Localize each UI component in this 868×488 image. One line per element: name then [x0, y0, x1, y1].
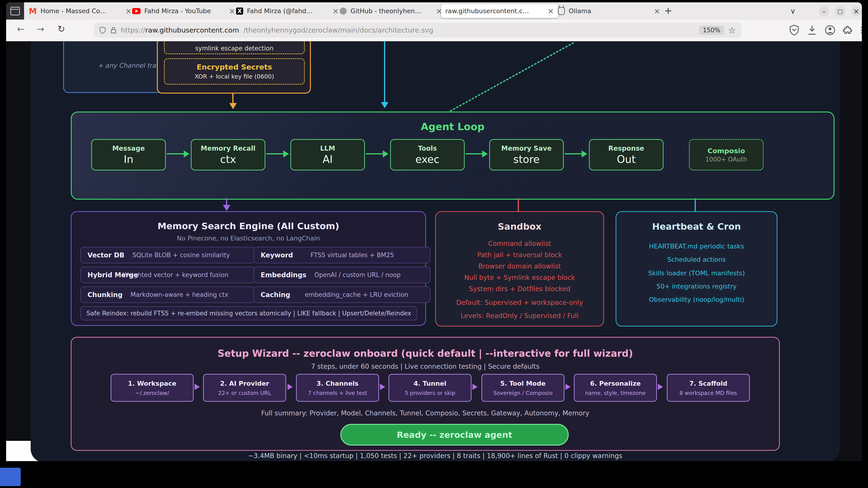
screen: M Home - Massed Compute × Fahd Mirza - Y… — [0, 0, 868, 488]
tab-raw-githubusercontent-active[interactable]: raw.githubusercontent.com × — [441, 4, 558, 18]
sandbox-item: System dirs + Dotfiles blocked — [436, 285, 603, 293]
heartbeat-item: Observability (noop/log/multi) — [616, 296, 777, 303]
memory-row-caching: Caching embedding_cache + LRU eviction — [253, 286, 431, 303]
reload-button[interactable]: ↻ — [58, 24, 65, 34]
diagram-footer-stats: ~3.4MB binary | <10ms startup | 1,050 te… — [31, 452, 840, 460]
step-sublabel: Out — [617, 153, 636, 165]
new-tab-button[interactable]: + — [664, 5, 672, 16]
lock-icon[interactable] — [111, 26, 117, 34]
wizard-step-workspace: 1. Workspace ~/.zeroclaw/ — [111, 374, 194, 402]
row-key: Hybrid Merge — [88, 271, 138, 279]
step-sub: Sovereign / Composio — [482, 390, 564, 396]
red-connector-line — [518, 198, 519, 211]
agent-loop-title: Agent Loop — [72, 121, 834, 132]
agent-step-llm: LLM AI — [290, 139, 365, 170]
step-title: 1. Workspace — [111, 380, 193, 387]
minimize-button[interactable]: – — [819, 6, 829, 17]
wizard-step-tunnel: 4. Tunnel 5 providers or skip — [389, 374, 471, 402]
agent-step-memory-recall: Memory Recall ctx — [191, 139, 266, 170]
step-label: Message — [112, 144, 145, 152]
tab-x-fahdmirza[interactable]: X Fahd Mirza (@fahdmirza × — [232, 4, 343, 18]
step-title: 4. Tunnel — [389, 380, 471, 387]
arrow-right-icon — [266, 153, 283, 154]
step-title: 5. Tool Mode — [482, 380, 564, 387]
arrow-right-icon — [472, 384, 478, 390]
maximize-button[interactable]: □ — [835, 6, 845, 17]
arrow-right-icon — [658, 384, 663, 390]
url-bar[interactable]: https://raw.githubusercontent.com /theon… — [94, 23, 741, 38]
arrow-right-icon — [167, 153, 184, 154]
wizard-subtitle: 7 steps, under 60 seconds | Live connect… — [71, 363, 779, 370]
tab-close-icon[interactable]: × — [654, 7, 660, 15]
tab-label: raw.githubusercontent.com — [445, 7, 533, 14]
step-sub: 8 workspace MD files — [668, 390, 749, 396]
zoom-level-badge[interactable]: 150% — [699, 26, 724, 35]
symlink-label: symlink escape detection — [165, 45, 304, 52]
memory-row-chunking: Chunking Markdown-aware + heading ctx — [81, 286, 255, 303]
tab-github[interactable]: GitHub - theonlyhennygo × — [335, 4, 446, 18]
page-viewport: + any Channel trait symlink escape detec… — [6, 41, 862, 461]
url-domain: raw.githubusercontent.com — [145, 26, 239, 34]
composio-label: Composio — [707, 147, 745, 155]
wizard-summary: Full summary: Provider, Model, Channels,… — [71, 409, 779, 417]
row-key: Vector DB — [88, 251, 125, 259]
close-window-button[interactable]: × — [851, 6, 861, 17]
composio-box: Composio 1000+ OAuth — [689, 139, 764, 170]
row-value: SQLite BLOB + cosine similarity — [132, 252, 230, 259]
sidebar-toggle-button[interactable] — [6, 2, 24, 20]
heartbeat-item: 50+ integrations registry — [616, 283, 777, 290]
purple-arrow-down — [226, 198, 227, 205]
tab-close-icon[interactable]: × — [548, 7, 554, 15]
shield-permissions-icon[interactable] — [99, 26, 106, 34]
memory-row-embeddings: Embeddings OpenAI / custom URL / noop — [253, 267, 431, 283]
sandbox-item: Command allowlist — [436, 240, 603, 248]
ollama-icon — [558, 7, 565, 15]
tab-bar: M Home - Massed Compute × Fahd Mirza - Y… — [6, 2, 862, 20]
agent-step-tools: Tools exec — [390, 139, 465, 170]
sandbox-title: Sandbox — [436, 221, 603, 232]
wizard-step-tool-mode: 5. Tool Mode Sovereign / Composio — [482, 374, 564, 402]
memory-safe-reindex-row: Safe Reindex: rebuild FTS5 + re-embed mi… — [81, 306, 417, 320]
account-icon[interactable] — [825, 24, 835, 36]
agent-step-response: Response Out — [589, 139, 663, 170]
symlink-box: symlink escape detection — [164, 41, 305, 54]
arrow-right-icon — [195, 384, 200, 390]
row-value: FTS5 virtual tables + BM25 — [310, 252, 394, 259]
step-label: LLM — [320, 144, 335, 152]
arrow-right-icon — [466, 153, 482, 154]
heartbeat-title: Heartbeat & Cron — [616, 221, 777, 232]
youtube-icon — [132, 8, 141, 14]
heartbeat-panel: Heartbeat & Cron HEARTBEAT.md periodic t… — [616, 211, 777, 326]
forward-button[interactable]: → — [37, 24, 44, 34]
encrypted-secrets-title: Encrypted Secrets — [165, 63, 304, 71]
arrow-right-icon — [565, 153, 582, 154]
agent-step-message: Message In — [91, 139, 166, 170]
memory-title: Memory Search Engine (All Custom) — [71, 221, 425, 231]
menu-hamburger-icon[interactable] — [859, 24, 862, 36]
arrow-right-icon — [366, 153, 383, 154]
tab-overflow-chevron-icon[interactable]: ∨ — [790, 7, 796, 15]
massed-compute-icon: M — [29, 6, 37, 16]
agent-loop-panel: Agent Loop Message In Memory Recall ctx … — [71, 111, 835, 200]
url-path: /theonlyhennygod/zeroclaw/main/docs/arch… — [243, 26, 695, 34]
wizard-step-personalize: 6. Personalize name, style, timezone — [574, 374, 657, 402]
step-title: 2. AI Provider — [204, 380, 285, 387]
step-sublabel: exec — [415, 153, 439, 165]
memory-search-panel: Memory Search Engine (All Custom) No Pin… — [71, 211, 426, 326]
arrow-right-icon — [287, 384, 293, 390]
heartbeat-item: Skills loader (TOML manifests) — [616, 269, 777, 277]
step-sub: 7 channels + live test — [297, 390, 378, 396]
encrypted-secrets-sub: XOR + local key file (0600) — [165, 73, 304, 80]
extensions-puzzle-icon[interactable] — [842, 24, 854, 36]
shield-check-icon[interactable] — [789, 24, 800, 36]
tab-ollama[interactable]: Ollama × — [554, 4, 664, 18]
tab-youtube[interactable]: Fahd Mirza - YouTube × — [128, 4, 239, 18]
ready-button: Ready -- zeroclaw agent — [340, 424, 569, 446]
heartbeat-item: Scheduled actions — [616, 256, 777, 263]
arrow-right-icon — [380, 384, 385, 390]
bookmark-star-icon[interactable]: ☆ — [728, 26, 736, 35]
download-icon[interactable] — [807, 24, 817, 36]
back-button[interactable]: ← — [17, 24, 25, 34]
tab-massed-compute[interactable]: M Home - Massed Compute × — [25, 4, 136, 18]
memory-subtitle: No Pinecone, no Elasticsearch, no LangCh… — [71, 234, 425, 242]
